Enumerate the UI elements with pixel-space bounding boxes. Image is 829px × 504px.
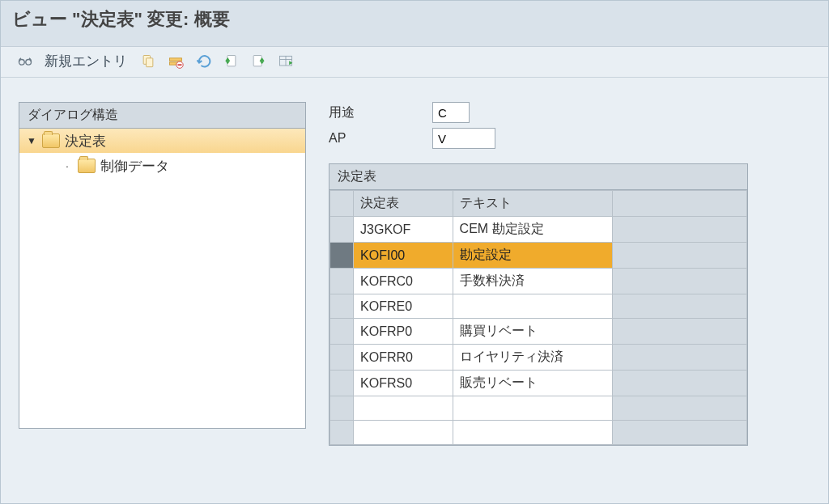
decision-table-panel: 決定表 決定表 テキスト J3GKOFCEM 勘定設定KOFI00勘定設定KOF… bbox=[329, 163, 748, 446]
row-marker[interactable] bbox=[330, 269, 354, 294]
row-marker[interactable] bbox=[330, 294, 354, 319]
toolbar: 新規エントリ bbox=[1, 47, 828, 78]
folder-icon bbox=[78, 159, 96, 173]
cell-spacer bbox=[612, 269, 746, 294]
page-prev-icon[interactable] bbox=[221, 53, 240, 70]
tree-node-child-label: 制御データ bbox=[100, 157, 169, 176]
cell-spacer bbox=[612, 396, 746, 421]
col-header-text[interactable]: テキスト bbox=[453, 191, 612, 217]
cell-text[interactable]: 勘定設定 bbox=[453, 243, 612, 269]
col-spacer bbox=[612, 191, 746, 217]
cell-code[interactable]: KOFRS0 bbox=[354, 371, 453, 396]
table-row[interactable]: KOFRC0手数料決済 bbox=[330, 269, 747, 294]
cell-code[interactable]: KOFRE0 bbox=[354, 294, 453, 319]
table-row[interactable]: KOFRR0ロイヤリティ決済 bbox=[330, 345, 747, 371]
ap-input[interactable] bbox=[432, 128, 495, 149]
cell-text[interactable]: 販売リベート bbox=[453, 371, 612, 396]
tree-node-child[interactable]: · 制御データ bbox=[19, 153, 305, 179]
glasses-icon[interactable] bbox=[15, 53, 35, 70]
bullet-icon: · bbox=[62, 159, 73, 172]
cell-code[interactable]: KOFRR0 bbox=[354, 345, 453, 371]
cell-text[interactable]: CEM 勘定設定 bbox=[453, 217, 612, 243]
usage-field-row: 用途 bbox=[329, 102, 810, 123]
row-marker[interactable] bbox=[330, 243, 354, 269]
folder-icon bbox=[42, 133, 60, 148]
cell-spacer bbox=[612, 345, 746, 371]
ap-label: AP bbox=[329, 131, 418, 146]
row-marker[interactable] bbox=[330, 421, 354, 445]
new-entry-button[interactable]: 新規エントリ bbox=[45, 52, 127, 70]
row-marker[interactable] bbox=[330, 371, 354, 396]
dialog-structure-header: ダイアログ構造 bbox=[19, 103, 305, 129]
col-header-code[interactable]: 決定表 bbox=[354, 191, 453, 217]
cell-text[interactable] bbox=[453, 421, 612, 445]
tree-node-root-label: 決定表 bbox=[65, 132, 106, 150]
table-row[interactable]: KOFRP0購買リベート bbox=[330, 319, 747, 345]
cell-text[interactable] bbox=[453, 294, 612, 319]
cell-code[interactable]: KOFRC0 bbox=[354, 269, 453, 294]
decision-table: 決定表 テキスト J3GKOFCEM 勘定設定KOFI00勘定設定KOFRC0手… bbox=[329, 190, 747, 445]
titlebar: ビュー "決定表" 変更: 概要 bbox=[1, 1, 828, 47]
cell-spacer bbox=[612, 294, 746, 319]
svg-rect-4 bbox=[170, 57, 182, 60]
page-next-icon[interactable] bbox=[249, 53, 268, 70]
cell-spacer bbox=[612, 371, 746, 396]
ap-field-row: AP bbox=[329, 128, 810, 149]
cell-spacer bbox=[612, 421, 746, 445]
cell-code[interactable] bbox=[354, 421, 453, 445]
table-row[interactable]: KOFI00勘定設定 bbox=[330, 243, 747, 269]
page-title: ビュー "決定表" 変更: 概要 bbox=[12, 7, 817, 32]
cell-spacer bbox=[612, 243, 746, 269]
row-marker[interactable] bbox=[330, 396, 354, 421]
cell-spacer bbox=[612, 217, 746, 243]
copy-icon[interactable] bbox=[138, 53, 158, 70]
row-marker[interactable] bbox=[330, 319, 354, 345]
table-row[interactable] bbox=[330, 396, 747, 421]
cell-code[interactable]: KOFRP0 bbox=[354, 319, 453, 345]
table-row[interactable]: KOFRE0 bbox=[330, 294, 747, 319]
usage-input[interactable] bbox=[432, 102, 470, 123]
table-row[interactable] bbox=[330, 421, 747, 445]
dialog-structure-panel: ダイアログ構造 ▼ 決定表 · 制御データ bbox=[19, 102, 306, 429]
row-marker[interactable] bbox=[330, 345, 354, 371]
cell-spacer bbox=[612, 319, 746, 345]
collapse-icon[interactable]: ▼ bbox=[26, 135, 37, 146]
cell-text[interactable]: 購買リベート bbox=[453, 319, 612, 345]
cell-text[interactable] bbox=[453, 396, 612, 421]
cell-code[interactable]: J3GKOF bbox=[354, 217, 453, 243]
content-area: ダイアログ構造 ▼ 決定表 · 制御データ 用途 bbox=[1, 78, 828, 470]
usage-label: 用途 bbox=[329, 104, 418, 121]
cell-code[interactable]: KOFI00 bbox=[354, 243, 453, 269]
cell-text[interactable]: ロイヤリティ決済 bbox=[453, 345, 612, 371]
table-row[interactable]: J3GKOFCEM 勘定設定 bbox=[330, 217, 747, 243]
tree-node-root[interactable]: ▼ 決定表 bbox=[19, 129, 305, 153]
row-marker-header[interactable] bbox=[330, 191, 354, 217]
svg-rect-3 bbox=[147, 57, 153, 66]
delete-row-icon[interactable] bbox=[166, 53, 185, 70]
app-window: ビュー "決定表" 変更: 概要 新規エントリ ダイアログ構造 bbox=[0, 0, 829, 504]
cell-code[interactable] bbox=[354, 396, 453, 421]
right-panel: 用途 AP 決定表 決定表 テキスト bbox=[329, 102, 810, 446]
table-row[interactable]: KOFRS0販売リベート bbox=[330, 371, 747, 396]
undo-icon[interactable] bbox=[193, 53, 213, 70]
dialog-structure-body: ▼ 決定表 · 制御データ bbox=[19, 129, 305, 428]
layout-icon[interactable] bbox=[276, 53, 295, 70]
decision-table-title: 決定表 bbox=[329, 164, 747, 190]
cell-text[interactable]: 手数料決済 bbox=[453, 269, 612, 294]
row-marker[interactable] bbox=[330, 217, 354, 243]
